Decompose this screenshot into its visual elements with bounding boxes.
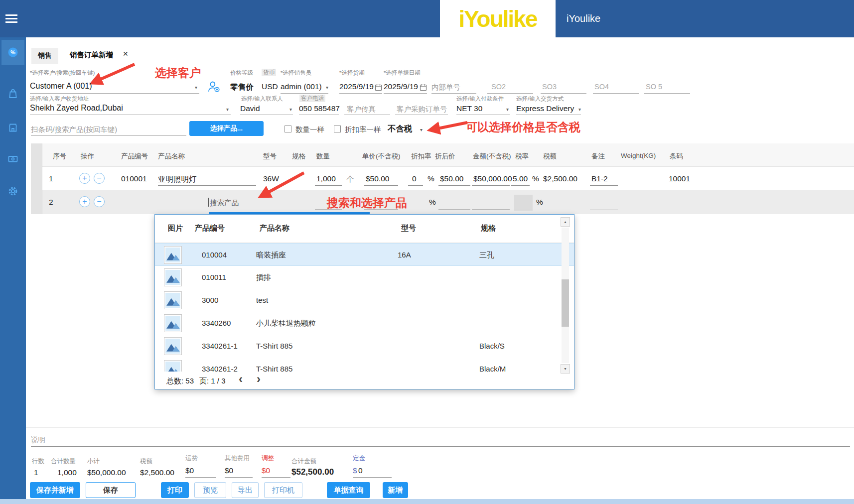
col-header: 数量 [316,152,330,161]
freight-input[interactable]: $0 [185,466,194,475]
customer-select[interactable]: Customer A (001) ▾ [30,80,199,94]
notes-input[interactable]: 说明 [31,435,45,445]
print-label: 打印 [167,486,182,495]
internal-no-placeholder: 内部单号 [431,83,460,92]
row1-after-price[interactable]: $50.00 [440,174,463,183]
fax-input[interactable]: 客户传真 [344,103,390,115]
doc-date-field[interactable]: 2025/9/19 [384,80,427,94]
phone-input[interactable]: 050 585487 [299,103,339,115]
save-button[interactable]: 保存 [86,482,136,498]
sidebar-item-sales[interactable]: % [1,40,24,65]
row1-name[interactable]: 亚明照明灯 [158,174,197,185]
so4-placeholder: SO4 [594,83,609,91]
calendar-icon[interactable] [375,84,382,91]
sidebar-item-store[interactable] [1,120,24,135]
remove-row-button[interactable]: − [94,196,105,207]
scan-product-input[interactable]: 扫条码/搜索产品(按回车键) [31,123,186,136]
select-product-button[interactable]: 选择产品... [189,121,264,136]
list-item[interactable]: 3340260 小儿柴桂退热颗粒 [155,312,574,335]
chevron-down-icon[interactable]: ▾ [226,107,229,112]
product-picker-panel: 图片 产品编号 产品名称 型号 规格 010004 暗装插座 16A 三孔 01… [154,214,574,389]
chevron-down-icon[interactable]: ▾ [289,107,292,112]
row1-remark[interactable]: B1-2 [591,174,608,183]
po-input[interactable]: 客户采购订单号 [395,103,448,115]
scroll-up-button[interactable]: ▲ [561,217,570,227]
shipping-select[interactable]: Express Delivery ▾ [516,103,581,115]
sidebar [0,37,26,499]
chevron-down-icon[interactable]: ▾ [578,107,581,112]
printer-button[interactable]: 打印机 [264,482,302,498]
shopping-bag-icon [7,88,19,100]
list-item[interactable]: 010004 暗装插座 16A 三孔 [155,243,574,266]
product-name: 插排 [256,273,271,282]
add-customer-icon[interactable] [207,80,220,93]
dropdown-page-indicator: 页: 1 / 3 [199,377,226,386]
export-button[interactable]: 导出 [232,482,259,498]
row1-tax-rate[interactable]: 5.00 [513,174,528,183]
save-and-new-button[interactable]: 保存并新增 [30,482,80,498]
sidebar-item-purchase[interactable] [1,86,24,102]
logo-box: iYoulike [440,0,556,37]
add-new-button[interactable]: 新增 [383,482,408,498]
chevron-down-icon[interactable]: ▾ [195,85,197,90]
add-row-button[interactable]: + [79,173,90,184]
price-level-value[interactable]: 零售价 [230,82,254,93]
row2-tax-rate-box[interactable] [514,195,533,211]
row2-search-input[interactable]: 搜索产品 [210,198,239,208]
so5-input[interactable]: SO 5 [644,80,690,94]
row1-qty[interactable]: 1,000 [316,174,336,183]
tab-module[interactable]: 销售 [31,48,58,64]
chevron-down-icon[interactable]: ▾ [420,127,423,132]
doc-date-value: 2025/9/19 [384,82,418,91]
hamburger-menu-icon[interactable] [5,14,17,23]
list-item[interactable]: 010011 插排 [155,266,574,289]
currency-value[interactable]: USD [262,82,278,91]
calendar-icon[interactable] [420,84,427,91]
list-item[interactable]: 3000 test [155,289,574,312]
table-row-2[interactable] [31,190,854,214]
so3-input[interactable]: SO3 [541,80,586,94]
qty-same-checkbox[interactable] [285,126,291,132]
print-button[interactable]: 打印 [161,482,189,498]
add-row-button[interactable]: + [79,196,90,207]
payment-value: NET 30 [456,104,482,113]
scroll-down-button[interactable]: ▼ [561,364,570,374]
address-select[interactable]: Sheikh Zayed Road,Dubai ▾ [30,103,231,115]
doc-query-button[interactable]: 单据查询 [327,482,370,498]
so4-input[interactable]: SO4 [593,80,639,94]
row1-no: 1 [49,174,53,183]
scrollbar-thumb[interactable] [562,279,569,327]
so2-input[interactable]: SO2 [487,80,533,94]
row1-discount[interactable]: 0 [412,174,417,183]
remove-row-button[interactable]: − [94,173,105,184]
delivery-date-field[interactable]: 2025/9/19 [339,80,382,94]
sidebar-item-finance[interactable] [1,151,24,167]
product-image [164,291,182,309]
bottom-strip [0,499,854,504]
col-header: Weight(KG) [621,152,656,159]
list-item[interactable]: 3340261-2 T-Shirt 885 Black/M [155,358,574,372]
internal-no-input[interactable]: 内部单号 [431,80,476,94]
other-fee-input[interactable]: $0 [225,466,233,475]
list-item[interactable]: 3340261-1 T-Shirt 885 Black/S [155,335,574,358]
next-page-button[interactable]: › [257,372,261,386]
chevron-down-icon[interactable]: ▾ [506,107,509,112]
deposit-input[interactable]: 0 [358,466,363,475]
product-code: 010004 [202,251,227,259]
row1-price[interactable]: $50.00 [366,174,389,183]
row1-amount[interactable]: $50,000.00 [473,174,512,183]
product-spec: 三孔 [479,251,494,260]
discount-same-checkbox[interactable] [334,126,341,132]
salesperson-select[interactable]: admin (001) ▾ [281,80,328,94]
tax-mode-select[interactable]: 不含税 [388,124,413,134]
adjust-input[interactable]: $0 [262,466,270,475]
preview-button[interactable]: 预览 [194,482,226,498]
tab-document[interactable]: 销售订单新增 [70,50,113,60]
payment-select[interactable]: NET 30 ▾ [456,103,510,115]
chevron-down-icon[interactable]: ▾ [326,85,328,90]
prev-page-button[interactable]: ‹ [239,372,243,386]
close-icon[interactable]: ✕ [123,50,129,58]
scan-placeholder: 扫条码/搜索产品(按回车键) [31,125,117,134]
contact-select[interactable]: David ▾ [240,103,293,115]
sidebar-item-settings[interactable] [1,183,24,199]
